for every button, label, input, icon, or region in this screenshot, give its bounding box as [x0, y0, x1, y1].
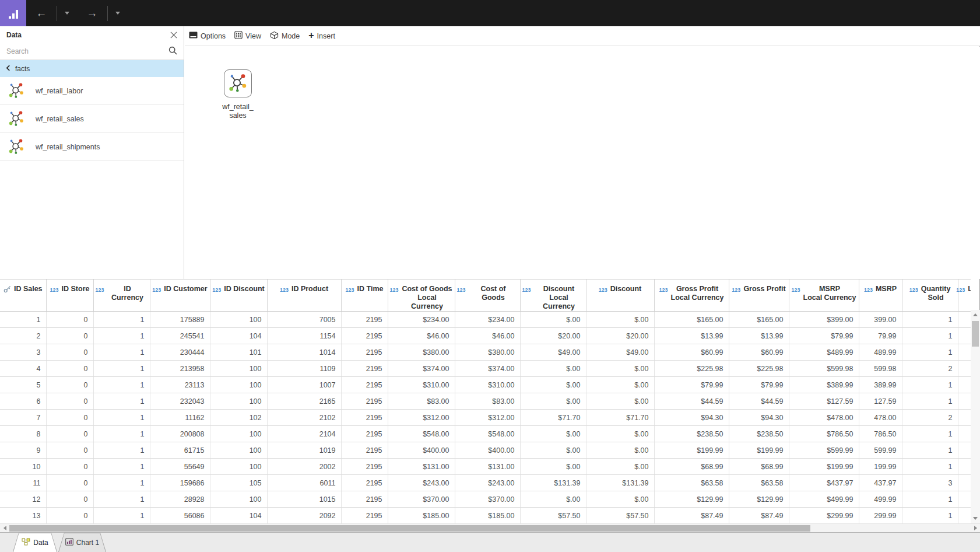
grid-header-label: L [968, 285, 971, 294]
scroll-up-arrow-icon[interactable] [971, 310, 980, 319]
grid-header-cell[interactable]: 123Quantity Sold [902, 280, 958, 312]
dataset-tile[interactable] [224, 69, 252, 97]
grid-cell: $44.59 [729, 393, 789, 410]
grid-cell: $49.00 [520, 344, 586, 361]
grid-header-cell[interactable]: 123ID Currency [93, 280, 150, 312]
forward-arrow-icon[interactable]: → [77, 0, 107, 26]
grid-cell: 2002 [267, 459, 341, 475]
dataset-item[interactable]: wf_retail_labor [0, 77, 184, 105]
grid-row: 9016171510010192195$400.00$400.00$.00$.0… [0, 442, 971, 459]
grid-cell: 101 [210, 344, 267, 361]
grid-cell [958, 491, 971, 508]
grid-header-label: Gross Profit [743, 285, 785, 294]
options-button[interactable]: Options [189, 32, 226, 40]
grid-cell: $199.99 [729, 442, 789, 459]
grid-cell: $199.99 [789, 459, 859, 475]
grid-header-cell[interactable]: 123Gross Profit Local Currency [654, 280, 729, 312]
close-icon[interactable] [170, 32, 177, 39]
horizontal-scrollbar-thumb[interactable] [9, 525, 810, 532]
num-123-icon: 123 [791, 285, 800, 302]
scroll-down-arrow-icon[interactable] [971, 514, 980, 523]
scroll-right-arrow-icon[interactable] [971, 524, 980, 532]
grid-header-cell[interactable]: 123ID Discount [210, 280, 267, 312]
breadcrumb-facts[interactable]: facts [0, 60, 184, 77]
grid-cell: 2195 [341, 377, 388, 393]
back-arrow-icon[interactable]: ← [26, 0, 57, 26]
grid-cell: $238.50 [729, 426, 789, 442]
grid-header-cell[interactable]: 123Cost of Goods Local Currency [388, 280, 455, 312]
grid-cell: 0 [46, 312, 93, 328]
grid-cell: 2 [0, 328, 46, 344]
num-123-icon: 123 [732, 285, 740, 294]
grid-header-cell[interactable]: 123L [958, 280, 971, 312]
insert-button[interactable]: +Insert [308, 32, 335, 40]
grid-cell: 1 [93, 377, 150, 393]
grid-header-cell[interactable]: 123Discount [586, 280, 654, 312]
grid-cell [958, 459, 971, 475]
grid-cell: $131.00 [388, 459, 455, 475]
grid-cell: 7 [0, 410, 46, 426]
view-button[interactable]: View [234, 31, 261, 41]
grid-header-cell[interactable]: 123ID Time [341, 280, 388, 312]
scroll-left-arrow-icon[interactable] [0, 524, 9, 532]
grid-header-cell[interactable]: ID Sales [0, 280, 46, 312]
grid-cell: $131.39 [586, 475, 654, 491]
grid-cell: 2165 [267, 393, 341, 410]
grid-header-label: ID Time [357, 285, 384, 294]
grid-cell: 1 [902, 393, 958, 410]
back-dropdown-caret-icon[interactable] [57, 0, 77, 26]
sheet-tab-chart-1[interactable]: Chart 1 [58, 533, 106, 552]
grid-header-cell[interactable]: 123MSRP Local Currency [789, 280, 859, 312]
grid-header-cell[interactable]: 123MSRP [859, 280, 902, 312]
grid-cell: $.00 [520, 442, 586, 459]
grid-cell: 786.50 [859, 426, 902, 442]
grid-cell: $225.98 [729, 361, 789, 377]
grid-header-cell[interactable]: 123Discount Local Currency [520, 280, 586, 312]
grid-cell: 100 [210, 393, 267, 410]
grid-cell: $131.00 [455, 459, 520, 475]
grid-cell: 1 [93, 328, 150, 344]
grid-cell: 56086 [150, 508, 210, 524]
toolbar-button-label: Insert [317, 32, 335, 40]
grid-cell: 11 [0, 475, 46, 491]
mode-button[interactable]: Mode [270, 31, 300, 41]
dataset-item[interactable]: wf_retail_shipments [0, 133, 184, 161]
search-input[interactable] [6, 47, 168, 55]
grid-header-label: MSRP Local Currency [803, 285, 856, 302]
grid-row: 12012892810010152195$370.00$370.00$.00$.… [0, 491, 971, 508]
grid-header-cell[interactable]: 123ID Product [267, 280, 341, 312]
grid-cell: 1 [902, 328, 958, 344]
grid-cell: $79.99 [789, 328, 859, 344]
grid-cell [958, 508, 971, 524]
grid-header-cell[interactable]: 123Cost of Goods [455, 280, 520, 312]
grid-cell: $13.99 [729, 328, 789, 344]
forward-dropdown-caret-icon[interactable] [108, 0, 128, 26]
num-123-icon: 123 [96, 285, 104, 302]
sheet-tabbar: DataChart 1 [0, 532, 980, 552]
grid-cell: 200808 [150, 426, 210, 442]
grid-header-cell[interactable]: 123Gross Profit [729, 280, 789, 312]
grid-cell: 100 [210, 491, 267, 508]
grid-cell: $.00 [586, 491, 654, 508]
grid-cell: 159686 [150, 475, 210, 491]
grid-cell: 23113 [150, 377, 210, 393]
vertical-scrollbar-thumb[interactable] [972, 321, 979, 347]
dataset-item[interactable]: wf_retail_sales [0, 105, 184, 133]
grid-cell: 1 [902, 344, 958, 361]
grid-cell: 28928 [150, 491, 210, 508]
horizontal-scrollbar[interactable] [0, 523, 980, 532]
dataset-label: wf_retail_labor [36, 87, 83, 95]
grid-cell: $185.00 [455, 508, 520, 524]
grid-cell: $60.99 [729, 344, 789, 361]
app-logo-icon[interactable] [0, 0, 26, 26]
grid-cell: 127.59 [859, 393, 902, 410]
dataset-molecule-icon [227, 72, 248, 95]
grid-cell: 1007 [267, 377, 341, 393]
grid-header-cell[interactable]: 123ID Store [46, 280, 93, 312]
sheet-tab-data[interactable]: Data [13, 533, 57, 552]
vertical-scrollbar[interactable] [971, 310, 980, 523]
grid-header-cell[interactable]: 123ID Customer [150, 280, 210, 312]
grid-cell: 599.98 [859, 361, 902, 377]
grid-cell: $49.00 [586, 344, 654, 361]
grid-cell: 100 [210, 459, 267, 475]
